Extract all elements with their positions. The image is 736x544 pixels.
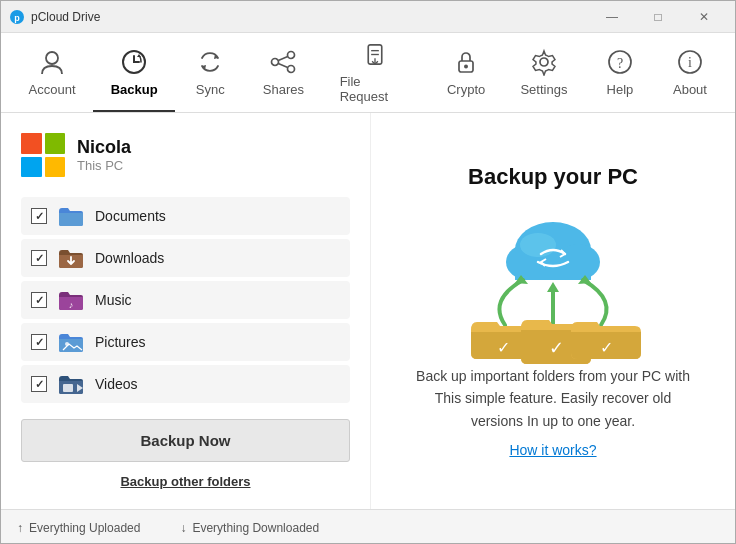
titlebar-left: p pCloud Drive [9, 9, 100, 25]
checkbox-music[interactable] [31, 292, 47, 308]
nav-label-account: Account [29, 82, 76, 97]
right-panel-description: Back up important folders from your PC w… [413, 365, 693, 432]
nav-item-backup[interactable]: Backup [93, 33, 175, 112]
svg-point-28 [520, 233, 556, 257]
folder-name-documents: Documents [95, 208, 166, 224]
account-icon [38, 48, 66, 76]
backup-other-folders-link[interactable]: Backup other folders [21, 474, 350, 489]
help-icon: ? [606, 48, 634, 76]
nav-item-settings[interactable]: Settings [503, 33, 585, 112]
settings-icon [530, 48, 558, 76]
maximize-button[interactable]: □ [635, 1, 681, 33]
user-name: Nicola [77, 137, 131, 158]
upload-status: ↑ Everything Uploaded [17, 521, 140, 535]
svg-text:?: ? [617, 56, 623, 71]
upload-status-text: Everything Uploaded [29, 521, 140, 535]
svg-line-8 [279, 64, 288, 68]
how-it-works-link[interactable]: How it works? [509, 442, 596, 458]
nav-label-shares: Shares [263, 82, 304, 97]
nav-item-file-request[interactable]: File Request [322, 33, 430, 112]
right-panel: Backup your PC [371, 113, 735, 509]
nav-label-settings: Settings [520, 82, 567, 97]
folder-item-pictures[interactable]: Pictures [21, 323, 350, 361]
download-status-text: Everything Downloaded [192, 521, 319, 535]
about-icon: i [676, 48, 704, 76]
svg-point-15 [540, 58, 548, 66]
backup-illustration: ✓ ✓ ✓ [433, 210, 673, 365]
user-subtitle: This PC [77, 158, 131, 173]
folder-item-music[interactable]: ♪ Music [21, 281, 350, 319]
svg-point-5 [272, 59, 279, 66]
backup-icon [120, 48, 148, 76]
svg-text:i: i [688, 55, 692, 70]
nav-label-file-request: File Request [340, 74, 412, 104]
download-status: ↓ Everything Downloaded [180, 521, 319, 535]
svg-marker-30 [547, 282, 559, 292]
checkbox-documents[interactable] [31, 208, 47, 224]
folder-name-downloads: Downloads [95, 250, 164, 266]
svg-line-7 [279, 57, 288, 61]
navbar: Account Backup Sync Shares [1, 33, 735, 113]
folder-list: Documents Downloads ♪ [21, 197, 350, 403]
backup-now-button[interactable]: Backup Now [21, 419, 350, 462]
folder-icon-videos [57, 373, 85, 395]
user-info: Nicola This PC [77, 137, 131, 173]
folder-name-videos: Videos [95, 376, 138, 392]
checkbox-videos[interactable] [31, 376, 47, 392]
app-icon: p [9, 9, 25, 25]
sync-icon [196, 48, 224, 76]
svg-text:♪: ♪ [69, 300, 74, 310]
left-panel: Nicola This PC Documents [1, 113, 371, 509]
win-tile-blue [21, 157, 42, 178]
svg-rect-22 [63, 384, 73, 392]
windows-logo [21, 133, 65, 177]
folder-icon-documents [57, 205, 85, 227]
folder-name-pictures: Pictures [95, 334, 146, 350]
upload-icon: ↑ [17, 521, 23, 535]
svg-text:✓: ✓ [600, 339, 613, 356]
shares-icon [269, 48, 297, 76]
user-section: Nicola This PC [21, 133, 350, 177]
nav-label-crypto: Crypto [447, 82, 485, 97]
right-panel-title: Backup your PC [468, 164, 638, 190]
win-tile-red [21, 133, 42, 154]
nav-item-about[interactable]: i About [655, 33, 725, 112]
minimize-button[interactable]: — [589, 1, 635, 33]
folder-icon-downloads [57, 247, 85, 269]
nav-item-help[interactable]: ? Help [585, 33, 655, 112]
nav-label-about: About [673, 82, 707, 97]
nav-label-backup: Backup [111, 82, 158, 97]
folder-item-videos[interactable]: Videos [21, 365, 350, 403]
nav-item-crypto[interactable]: Crypto [429, 33, 503, 112]
titlebar: p pCloud Drive — □ ✕ [1, 1, 735, 33]
nav-label-sync: Sync [196, 82, 225, 97]
win-tile-yellow [45, 157, 66, 178]
folder-item-documents[interactable]: Documents [21, 197, 350, 235]
svg-text:p: p [14, 13, 20, 23]
nav-item-shares[interactable]: Shares [245, 33, 321, 112]
folder-icon-pictures [57, 331, 85, 353]
svg-text:✓: ✓ [497, 339, 510, 356]
checkbox-downloads[interactable] [31, 250, 47, 266]
nav-item-account[interactable]: Account [11, 33, 93, 112]
statusbar: ↑ Everything Uploaded ↓ Everything Downl… [1, 509, 735, 544]
folder-item-downloads[interactable]: Downloads [21, 239, 350, 277]
nav-item-sync[interactable]: Sync [175, 33, 245, 112]
svg-rect-27 [515, 258, 591, 280]
download-icon: ↓ [180, 521, 186, 535]
main-content: Nicola This PC Documents [1, 113, 735, 509]
checkbox-pictures[interactable] [31, 334, 47, 350]
folder-name-music: Music [95, 292, 132, 308]
svg-text:✓: ✓ [549, 338, 564, 358]
win-tile-green [45, 133, 66, 154]
svg-point-2 [46, 52, 58, 64]
folder-icon-music: ♪ [57, 289, 85, 311]
svg-point-4 [288, 52, 295, 59]
file-request-icon [361, 41, 389, 68]
svg-point-6 [288, 66, 295, 73]
nav-label-help: Help [607, 82, 634, 97]
close-button[interactable]: ✕ [681, 1, 727, 33]
crypto-icon [452, 48, 480, 76]
app-title: pCloud Drive [31, 10, 100, 24]
svg-point-14 [464, 65, 468, 69]
